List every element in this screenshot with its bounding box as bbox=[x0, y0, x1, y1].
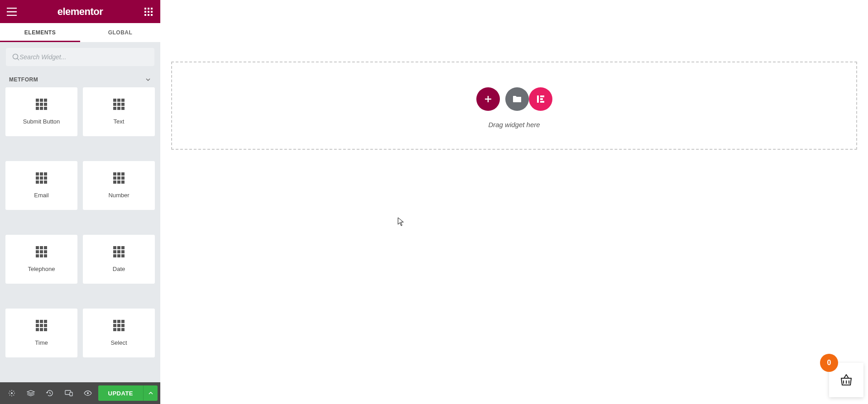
sidebar-header: elementor bbox=[0, 0, 160, 23]
grid-icon bbox=[36, 99, 47, 110]
grid-icon bbox=[113, 320, 125, 331]
widget-label: Select bbox=[110, 339, 127, 346]
svg-rect-16 bbox=[540, 98, 543, 100]
app-logo: elementor bbox=[58, 6, 103, 18]
tab-global[interactable]: GLOBAL bbox=[80, 23, 160, 42]
widget-number[interactable]: Number bbox=[83, 161, 155, 210]
history-icon[interactable] bbox=[41, 384, 59, 402]
widget-label: Email bbox=[34, 192, 49, 199]
svg-rect-2 bbox=[151, 8, 153, 10]
folder-icon bbox=[513, 95, 522, 103]
preview-icon[interactable] bbox=[79, 384, 97, 402]
basket-icon bbox=[839, 374, 853, 386]
svg-rect-15 bbox=[540, 95, 544, 97]
plus-icon bbox=[484, 95, 492, 103]
editor-canvas[interactable]: Drag widget here bbox=[160, 0, 868, 404]
svg-rect-5 bbox=[151, 11, 153, 13]
svg-rect-17 bbox=[540, 101, 544, 103]
widget-label: Time bbox=[35, 339, 48, 346]
settings-icon[interactable] bbox=[3, 384, 21, 402]
widget-label: Telephone bbox=[28, 266, 55, 272]
widget-telephone[interactable]: Telephone bbox=[5, 235, 77, 284]
sidebar-panel: elementor ELEMENTS GLOBAL METFORM Sub bbox=[0, 0, 160, 404]
drop-zone[interactable]: Drag widget here bbox=[171, 62, 857, 150]
svg-rect-3 bbox=[144, 11, 146, 13]
elementskit-button[interactable] bbox=[529, 87, 552, 111]
cart-count-badge: 0 bbox=[820, 354, 838, 372]
responsive-icon[interactable] bbox=[60, 384, 78, 402]
widget-submit-button[interactable]: Submit Button bbox=[5, 87, 77, 136]
widget-email[interactable]: Email bbox=[5, 161, 77, 210]
svg-rect-6 bbox=[144, 14, 146, 16]
update-button[interactable]: UPDATE bbox=[98, 385, 158, 401]
svg-point-9 bbox=[13, 54, 18, 59]
caret-up-icon[interactable] bbox=[143, 385, 158, 401]
tab-elements[interactable]: ELEMENTS bbox=[0, 23, 80, 42]
widget-list: Submit Button Text Email Number Telephon… bbox=[0, 87, 160, 382]
svg-point-10 bbox=[11, 392, 13, 394]
drop-hint-text: Drag widget here bbox=[488, 121, 540, 128]
widget-time[interactable]: Time bbox=[5, 309, 77, 357]
widget-label: Text bbox=[114, 118, 125, 125]
chevron-down-icon bbox=[145, 76, 151, 83]
menu-icon[interactable] bbox=[6, 6, 17, 17]
section-actions bbox=[476, 87, 552, 111]
search-icon bbox=[12, 53, 19, 61]
apps-icon[interactable] bbox=[143, 6, 154, 17]
add-section-button[interactable] bbox=[476, 87, 500, 111]
sidebar-footer: UPDATE bbox=[0, 382, 160, 404]
widget-label: Number bbox=[108, 192, 129, 199]
category-label: METFORM bbox=[9, 76, 38, 83]
grid-icon bbox=[113, 246, 125, 257]
elementskit-icon bbox=[536, 94, 546, 104]
cart-widget[interactable]: 0 bbox=[829, 363, 863, 397]
grid-icon bbox=[36, 172, 47, 184]
svg-rect-0 bbox=[144, 8, 146, 10]
grid-icon bbox=[36, 320, 47, 331]
update-label: UPDATE bbox=[98, 390, 143, 397]
svg-rect-8 bbox=[151, 14, 153, 16]
widget-select[interactable]: Select bbox=[83, 309, 155, 357]
svg-rect-14 bbox=[537, 95, 539, 103]
template-button[interactable] bbox=[505, 87, 529, 111]
search-input[interactable] bbox=[19, 53, 148, 61]
svg-point-13 bbox=[87, 392, 89, 394]
navigator-icon[interactable] bbox=[22, 384, 40, 402]
svg-rect-1 bbox=[148, 8, 149, 10]
category-header[interactable]: METFORM bbox=[0, 72, 160, 87]
grid-icon bbox=[113, 99, 125, 110]
grid-icon bbox=[113, 172, 125, 184]
widget-label: Date bbox=[113, 266, 125, 272]
widget-date[interactable]: Date bbox=[83, 235, 155, 284]
panel-tabs: ELEMENTS GLOBAL bbox=[0, 23, 160, 42]
svg-rect-4 bbox=[148, 11, 149, 13]
widget-label: Submit Button bbox=[23, 118, 60, 125]
svg-rect-12 bbox=[70, 392, 72, 396]
widget-text[interactable]: Text bbox=[83, 87, 155, 136]
search-container bbox=[0, 42, 160, 72]
grid-icon bbox=[36, 246, 47, 257]
svg-rect-7 bbox=[148, 14, 149, 16]
